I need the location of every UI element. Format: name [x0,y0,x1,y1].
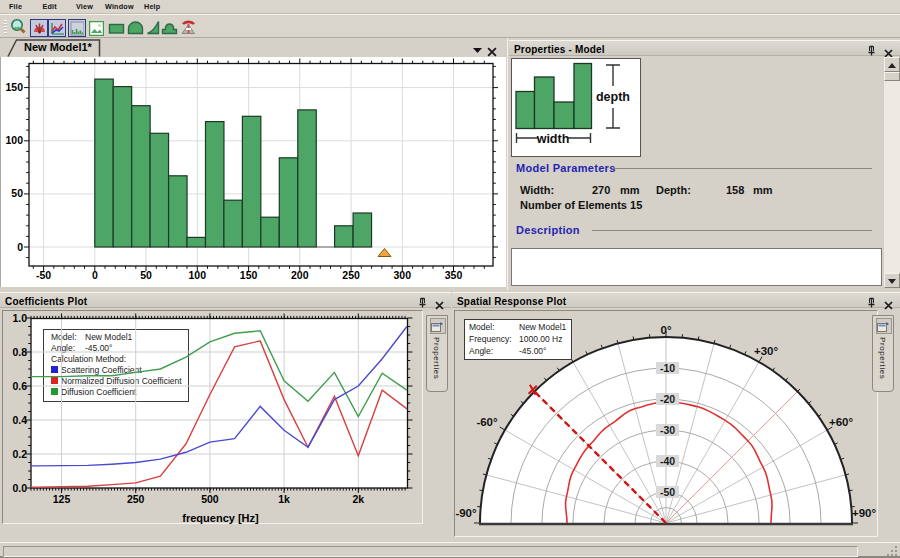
svg-text:0.6: 0.6 [12,380,27,392]
svg-text:0.0: 0.0 [12,482,27,494]
svg-text:125: 125 [53,493,71,505]
svg-text:0: 0 [17,241,23,253]
svg-text:-50: -50 [660,486,675,498]
svg-text:2k: 2k [352,493,364,505]
svg-text:500: 500 [201,493,219,505]
svg-text:50: 50 [11,187,23,199]
svg-text:50: 50 [140,269,152,281]
svg-text:100: 100 [189,269,207,281]
svg-text:+60°: +60° [829,416,854,428]
svg-text:150: 150 [240,269,258,281]
svg-text:-10: -10 [660,362,675,374]
svg-text:0: 0 [92,269,98,281]
svg-text:0.2: 0.2 [12,448,27,460]
svg-text:0.4: 0.4 [12,414,27,426]
svg-text:depth: depth [596,90,630,104]
svg-text:250: 250 [127,493,145,505]
svg-text:0°: 0° [661,324,672,336]
svg-text:-20: -20 [660,393,675,405]
svg-text:0.8: 0.8 [12,346,27,358]
svg-text:200: 200 [291,269,309,281]
svg-text:-60°: -60° [476,416,498,428]
svg-text:250: 250 [342,269,360,281]
svg-text:width: width [536,132,570,146]
svg-text:-90°: -90° [455,507,477,519]
svg-text:-30: -30 [660,424,675,436]
svg-text:-40: -40 [660,455,675,467]
svg-text:100: 100 [5,134,23,146]
svg-text:350: 350 [445,269,463,281]
svg-text:frequency [Hz]: frequency [Hz] [182,512,259,524]
svg-text:150: 150 [5,81,23,93]
svg-text:1.0: 1.0 [12,312,27,324]
svg-text:+90°: +90° [852,507,877,519]
svg-text:-50: -50 [36,269,51,281]
svg-text:300: 300 [394,269,412,281]
svg-text:1k: 1k [278,493,290,505]
svg-text:+30°: +30° [754,345,779,357]
